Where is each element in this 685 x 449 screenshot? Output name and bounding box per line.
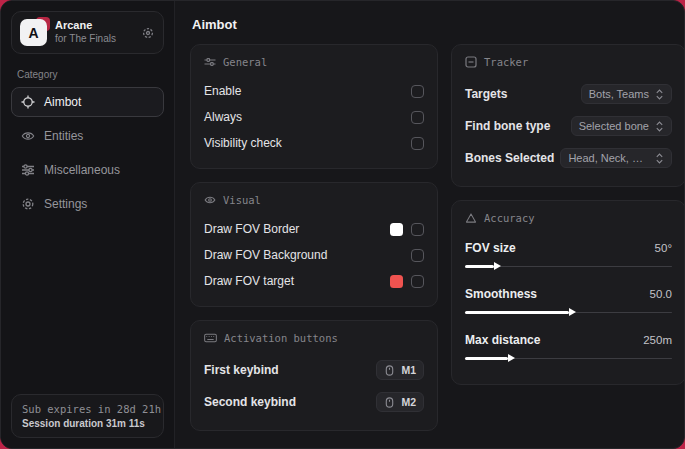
category-label: Category — [17, 69, 158, 80]
slider-row-max-distance: Max distance 250m — [465, 326, 672, 372]
subscription-info-card: Sub expires in 28d 21h Session duration … — [11, 394, 164, 438]
sidebar-item-label: Miscellaneous — [44, 163, 120, 177]
fov-border-color-swatch[interactable] — [390, 223, 403, 236]
tracker-icon — [465, 56, 477, 68]
eye-icon — [21, 129, 35, 143]
sidebar-item-settings[interactable]: Settings — [11, 189, 164, 219]
setting-row-fov-border: Draw FOV Border — [204, 216, 424, 242]
app-subtitle: for The Finals — [55, 33, 133, 46]
slider-fill[interactable] — [465, 265, 494, 268]
fov-target-color-swatch[interactable] — [390, 275, 403, 288]
sliders-icon — [21, 163, 35, 177]
slider-value: 50° — [655, 242, 672, 254]
left-column: General Enable Always Visibility check — [190, 44, 438, 431]
sub-expiry-text: Sub expires in 28d 21h — [22, 403, 153, 415]
card-title: Tracker — [484, 56, 528, 68]
setting-label: Bones Selected — [465, 151, 554, 165]
slider-value: 250m — [643, 334, 672, 346]
fov-border-checkbox[interactable] — [411, 223, 424, 236]
setting-row-always: Always — [204, 104, 424, 130]
slider-fill[interactable] — [465, 311, 569, 314]
setting-row-fov-background: Draw FOV Background — [204, 242, 424, 268]
crosshair-settings-icon[interactable] — [141, 26, 155, 40]
main-panel: Aimbot General — [175, 1, 685, 448]
setting-row-bones-selected: Bones Selected Head, Neck, Body, Pe... — [465, 142, 672, 174]
setting-row-find-bone-type: Find bone type Selected bone — [465, 110, 672, 142]
sidebar-item-entities[interactable]: Entities — [11, 121, 164, 151]
setting-row-second-keybind: Second keybind M2 — [204, 386, 424, 418]
setting-label: Visibility check — [204, 136, 282, 150]
max-distance-slider[interactable] — [465, 353, 672, 363]
crosshair-icon — [21, 95, 35, 109]
second-keybind-button[interactable]: M2 — [376, 392, 424, 412]
general-card: General Enable Always Visibility check — [190, 44, 438, 169]
accuracy-card: Accuracy FOV size 50° — [451, 200, 685, 385]
eye-icon — [204, 194, 216, 206]
slider-fill[interactable] — [465, 357, 508, 360]
app-logo: A — [20, 19, 47, 46]
sidebar-item-miscellaneous[interactable]: Miscellaneous — [11, 155, 164, 185]
keybind-value: M1 — [401, 364, 416, 376]
fov-target-checkbox[interactable] — [411, 275, 424, 288]
visual-card: Visual Draw FOV Border Draw FOV Backgrou… — [190, 182, 438, 307]
dropdown-value: Bots, Teams — [589, 88, 649, 100]
unfold-more-icon — [655, 153, 664, 164]
session-duration-text: Session duration 31m 11s — [22, 418, 153, 429]
sliders-icon — [204, 56, 216, 68]
unfold-more-icon — [655, 89, 664, 100]
keybind-value: M2 — [401, 396, 416, 408]
activation-buttons-card: Activation buttons First keybind M1 — [190, 320, 438, 431]
app-name: Arcane — [55, 19, 133, 33]
card-title: General — [223, 56, 267, 68]
dropdown-value: Head, Neck, Body, Pe... — [568, 152, 649, 164]
triangle-icon — [465, 212, 477, 224]
sidebar-item-label: Settings — [44, 197, 87, 211]
gear-icon — [21, 197, 35, 211]
profile-card: A Arcane for The Finals — [11, 11, 164, 54]
dropdown-value: Selected bone — [579, 120, 649, 132]
first-keybind-button[interactable]: M1 — [376, 360, 424, 380]
smoothness-slider[interactable] — [465, 307, 672, 317]
card-title: Visual — [223, 194, 261, 206]
setting-label: Second keybind — [204, 395, 296, 409]
always-checkbox[interactable] — [411, 111, 424, 124]
fov-size-slider[interactable] — [465, 261, 672, 271]
right-column: Tracker Targets Bots, Teams — [451, 44, 685, 385]
slider-value: 50.0 — [650, 288, 672, 300]
slider-label: Max distance — [465, 333, 540, 347]
slider-label: Smoothness — [465, 287, 537, 301]
tracker-card: Tracker Targets Bots, Teams — [451, 44, 685, 187]
setting-row-fov-target: Draw FOV target — [204, 268, 424, 294]
setting-row-visibility-check: Visibility check — [204, 130, 424, 156]
slider-row-fov-size: FOV size 50° — [465, 234, 672, 280]
app-window: A Arcane for The Finals Category — [0, 0, 685, 449]
mouse-icon — [384, 397, 395, 408]
setting-row-enable: Enable — [204, 78, 424, 104]
setting-row-targets: Targets Bots, Teams — [465, 78, 672, 110]
sidebar: A Arcane for The Finals Category — [1, 1, 175, 448]
setting-label: Draw FOV Border — [204, 222, 299, 236]
bones-selected-dropdown[interactable]: Head, Neck, Body, Pe... — [560, 148, 672, 168]
slider-row-smoothness: Smoothness 50.0 — [465, 280, 672, 326]
setting-label: Draw FOV Background — [204, 248, 327, 262]
sidebar-item-label: Entities — [44, 129, 83, 143]
slider-label: FOV size — [465, 241, 516, 255]
visibility-check-checkbox[interactable] — [411, 137, 424, 150]
sidebar-nav: Aimbot Entities — [11, 87, 164, 219]
setting-label: Targets — [465, 87, 507, 101]
logo-letter: A — [20, 19, 47, 46]
enable-checkbox[interactable] — [411, 85, 424, 98]
setting-label: Draw FOV target — [204, 274, 294, 288]
find-bone-type-dropdown[interactable]: Selected bone — [571, 116, 672, 136]
setting-label: Find bone type — [465, 119, 550, 133]
mouse-icon — [384, 365, 395, 376]
setting-label: Always — [204, 110, 242, 124]
sidebar-item-aimbot[interactable]: Aimbot — [11, 87, 164, 117]
targets-dropdown[interactable]: Bots, Teams — [581, 84, 672, 104]
card-title: Accuracy — [484, 212, 535, 224]
page-title: Aimbot — [192, 17, 685, 32]
keyboard-icon — [204, 332, 217, 344]
setting-label: First keybind — [204, 363, 279, 377]
fov-background-checkbox[interactable] — [411, 249, 424, 262]
setting-row-first-keybind: First keybind M1 — [204, 354, 424, 386]
